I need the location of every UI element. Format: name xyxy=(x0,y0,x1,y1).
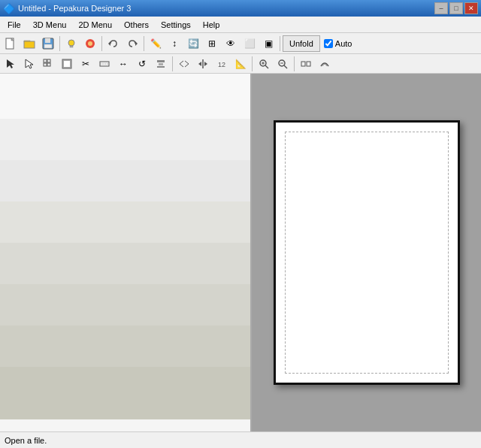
window-tool[interactable]: ⬜ xyxy=(240,35,259,52)
split-tool[interactable] xyxy=(194,56,212,72)
light-button[interactable] xyxy=(62,35,80,52)
menu-bar: File 3D Menu 2D Menu Others Settings Hel… xyxy=(0,17,481,33)
mirror-tool[interactable]: ↔ xyxy=(114,56,132,72)
svg-rect-20 xyxy=(64,61,70,67)
stripe-6 xyxy=(0,284,250,325)
menu-help[interactable]: Help xyxy=(197,17,226,32)
more-tool2[interactable] xyxy=(316,56,334,72)
undo-button[interactable] xyxy=(104,35,123,52)
svg-marker-11 xyxy=(108,41,110,46)
svg-marker-32 xyxy=(204,62,207,66)
auto-check-container: Auto xyxy=(324,39,352,48)
menu-2d[interactable]: 2D Menu xyxy=(72,17,118,32)
svg-point-10 xyxy=(88,41,92,46)
view-tool[interactable]: 👁 xyxy=(222,35,240,52)
toolbar2-sep3 xyxy=(294,56,295,71)
svg-line-27 xyxy=(180,64,183,67)
zoom-in-tool[interactable] xyxy=(255,56,273,72)
maximize-button[interactable]: □ xyxy=(449,2,463,14)
svg-marker-12 xyxy=(135,41,138,46)
menu-3d[interactable]: 3D Menu xyxy=(27,17,73,32)
stripe-1 xyxy=(0,74,250,119)
title-left: 🔷 Untitled - Pepakura Designer 3 xyxy=(3,3,131,14)
svg-line-28 xyxy=(185,61,189,64)
svg-line-26 xyxy=(180,61,183,64)
rotate-ccw-tool[interactable]: ↺ xyxy=(133,56,151,72)
svg-rect-5 xyxy=(45,38,50,43)
svg-line-29 xyxy=(185,64,189,67)
join-tool[interactable] xyxy=(175,56,193,72)
color-button[interactable] xyxy=(81,35,99,52)
svg-rect-3 xyxy=(24,41,35,48)
paint-tool[interactable] xyxy=(58,56,76,72)
svg-marker-31 xyxy=(198,62,201,66)
menu-settings[interactable]: Settings xyxy=(155,17,197,32)
svg-rect-42 xyxy=(301,62,305,66)
save-button[interactable] xyxy=(39,35,57,52)
main-area xyxy=(0,74,481,431)
fold-tool[interactable] xyxy=(95,56,113,72)
frame-tool[interactable]: ▣ xyxy=(259,35,277,52)
move-tool[interactable]: ↕ xyxy=(165,35,183,52)
stripe-7 xyxy=(0,325,250,367)
menu-others[interactable]: Others xyxy=(118,17,155,32)
scale-tool[interactable]: ⊞ xyxy=(203,35,221,52)
svg-rect-17 xyxy=(44,63,47,66)
rotate-tool[interactable]: 🔄 xyxy=(184,35,202,52)
svg-rect-15 xyxy=(44,59,47,62)
svg-marker-14 xyxy=(26,59,33,68)
stripe-5 xyxy=(0,243,250,284)
redo-button[interactable] xyxy=(123,35,141,52)
2d-view-panel[interactable] xyxy=(252,74,481,431)
menu-file[interactable]: File xyxy=(2,17,27,32)
separator4 xyxy=(280,36,280,51)
svg-line-40 xyxy=(284,65,287,68)
toolbar2-sep1 xyxy=(172,56,173,71)
unfold-button[interactable]: Unfold xyxy=(283,35,320,52)
auto-checkbox[interactable] xyxy=(324,39,333,48)
auto-label: Auto xyxy=(335,39,352,48)
more-tool1[interactable] xyxy=(297,56,315,72)
svg-rect-6 xyxy=(44,44,52,48)
minimize-button[interactable]: – xyxy=(434,2,448,14)
close-button[interactable]: ✕ xyxy=(464,2,478,14)
cursor-tool[interactable] xyxy=(2,56,20,72)
svg-line-36 xyxy=(265,65,268,68)
svg-rect-18 xyxy=(47,63,50,66)
title-text: Untitled - Pepakura Designer 3 xyxy=(18,4,131,13)
new-button[interactable] xyxy=(2,35,20,52)
toolbar2: ✂ ↔ ↺ 1 2 📐 xyxy=(0,54,481,74)
svg-rect-16 xyxy=(47,59,50,62)
open-button[interactable] xyxy=(20,35,38,52)
grid-tool[interactable] xyxy=(39,56,57,72)
align-tool[interactable] xyxy=(152,56,170,72)
stripe-4 xyxy=(0,201,250,243)
toolbar1: ✏️ ↕ 🔄 ⊞ 👁 ⬜ ▣ Unfold Auto xyxy=(0,33,481,54)
zoom-out-tool[interactable] xyxy=(274,56,292,72)
status-message: Open a file. xyxy=(5,436,47,445)
status-bar: Open a file. xyxy=(0,431,481,448)
toolbar2-sep2 xyxy=(252,56,253,71)
svg-text:2: 2 xyxy=(222,61,225,68)
label-num-tool[interactable]: 1 2 xyxy=(213,56,231,72)
measure-tool[interactable]: 📐 xyxy=(231,56,250,72)
separator3 xyxy=(144,36,144,51)
paper-sheet xyxy=(274,120,460,385)
stripe-2 xyxy=(0,119,250,160)
cut-tool[interactable]: ✂ xyxy=(77,56,95,72)
stripe-3 xyxy=(0,160,250,201)
app-icon: 🔷 xyxy=(3,3,15,14)
pen-tool[interactable]: ✏️ xyxy=(147,35,165,52)
paper-margin-guide xyxy=(285,132,449,374)
stripe-8 xyxy=(0,367,250,419)
svg-marker-13 xyxy=(7,59,14,68)
svg-rect-24 xyxy=(159,63,163,65)
svg-rect-23 xyxy=(157,60,165,62)
svg-rect-8 xyxy=(70,46,73,47)
arrow-tool[interactable] xyxy=(20,56,38,72)
title-bar: 🔷 Untitled - Pepakura Designer 3 – □ ✕ xyxy=(0,0,481,17)
3d-view-panel[interactable] xyxy=(0,74,252,431)
svg-point-7 xyxy=(68,40,74,46)
separator2 xyxy=(101,36,102,51)
title-controls[interactable]: – □ ✕ xyxy=(434,2,478,14)
